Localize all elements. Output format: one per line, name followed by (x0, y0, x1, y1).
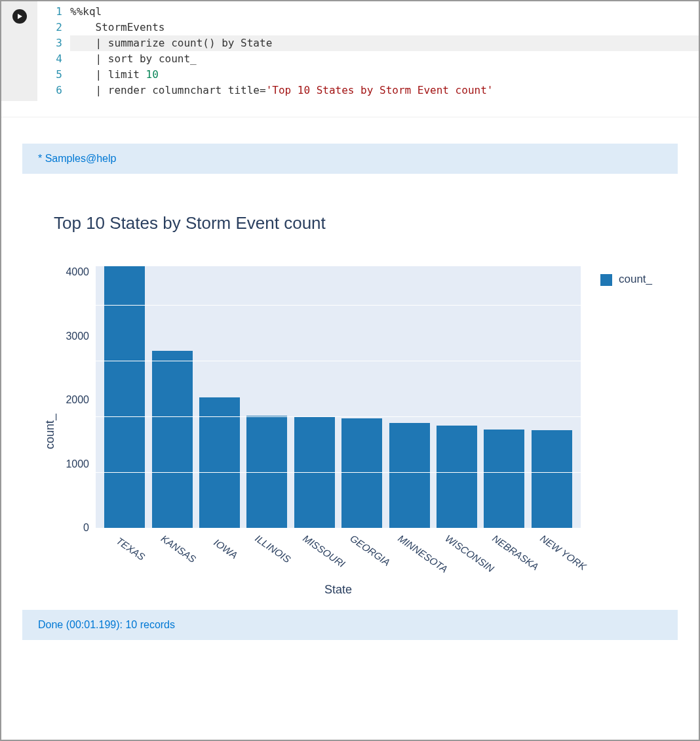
code-line[interactable]: | sort by count_ (70, 51, 699, 67)
line-numbers: 123456 (37, 4, 70, 98)
separator (1, 117, 699, 117)
line-number: 5 (37, 67, 62, 83)
bar[interactable] (104, 266, 145, 529)
line-number: 3 (37, 35, 62, 51)
grid-line (96, 472, 581, 473)
bar[interactable] (532, 430, 572, 529)
xtick-label: NEBRASKA (491, 532, 531, 565)
chart-xaxis: TEXASKANSASIOWAILLINOISMISSOURIGEORGIAMI… (96, 529, 581, 544)
code-editor[interactable]: 123456 %%kql StormEvents | summarize cou… (37, 1, 699, 101)
ytick-label: 2000 (60, 394, 89, 406)
xtick-label: IOWA (206, 532, 246, 565)
xtick-label: ILLINOIS (254, 532, 294, 565)
ytick-label: 1000 (60, 458, 89, 470)
grid-line (96, 416, 581, 417)
xtick-label: GEORGIA (348, 532, 388, 565)
code-line[interactable]: %%kql (70, 4, 699, 20)
chart-plot-area[interactable] (96, 266, 581, 529)
bar[interactable] (437, 426, 477, 529)
chart-yaxis: 40003000200010000 (60, 266, 96, 529)
code-line[interactable]: | summarize count() by State (70, 35, 699, 51)
xtick-label: KANSAS (159, 532, 199, 565)
ytick-label: 4000 (60, 266, 89, 278)
legend-swatch-icon (600, 274, 612, 286)
code-line[interactable]: | limit 10 (70, 67, 699, 83)
grid-line (96, 361, 581, 361)
xtick-label: MISSOURI (301, 532, 341, 565)
play-icon (16, 13, 23, 20)
line-number: 6 (37, 83, 62, 98)
chart-container: Top 10 States by Storm Event count count… (41, 213, 659, 597)
ytick-label: 0 (60, 522, 89, 534)
run-button[interactable] (12, 9, 27, 24)
chart-ylabel: count_ (41, 266, 60, 597)
line-number: 4 (37, 51, 62, 67)
xtick-label: TEXAS (111, 532, 151, 565)
bar[interactable] (152, 351, 193, 529)
code-line[interactable]: StormEvents (70, 20, 699, 35)
xtick-label: WISCONSIN (443, 532, 483, 565)
chart-title: Top 10 States by Storm Event count (54, 213, 659, 233)
line-number: 1 (37, 4, 62, 20)
line-number: 2 (37, 20, 62, 35)
xtick-label: NEW YORK (538, 532, 578, 565)
connection-info-bar: * Samples@help (22, 144, 678, 174)
bar[interactable] (484, 430, 524, 529)
chart-legend[interactable]: count_ (581, 266, 659, 597)
chart-xlabel: State (96, 583, 581, 597)
code-line[interactable]: | render columnchart title='Top 10 State… (70, 83, 699, 98)
bar[interactable] (341, 418, 382, 529)
chart-bars (96, 266, 581, 529)
cell-gutter (1, 1, 37, 101)
code-lines: %%kql StormEvents | summarize count() by… (70, 4, 699, 98)
code-cell: 123456 %%kql StormEvents | summarize cou… (1, 1, 699, 101)
bar[interactable] (389, 423, 430, 529)
bar[interactable] (199, 397, 240, 529)
cell-output: * Samples@help Top 10 States by Storm Ev… (1, 144, 699, 640)
grid-line (96, 528, 581, 529)
xtick-label: MINNESOTA (396, 532, 436, 565)
grid-line (96, 305, 581, 306)
status-bar: Done (00:01.199): 10 records (22, 610, 678, 640)
legend-label: count_ (619, 273, 652, 286)
ytick-label: 3000 (60, 330, 89, 342)
